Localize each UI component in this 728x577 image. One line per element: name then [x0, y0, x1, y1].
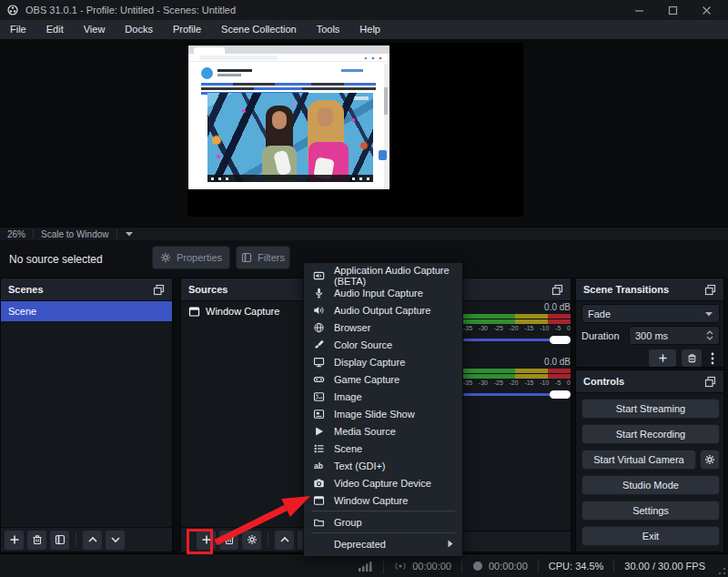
- address-field: [199, 56, 278, 60]
- studio-mode-button[interactable]: Studio Mode: [581, 475, 720, 495]
- person-right: [304, 100, 353, 182]
- window-icon: [313, 495, 325, 506]
- cpu-usage: CPU: 34.5%: [538, 559, 614, 573]
- volume-slider[interactable]: [463, 335, 571, 344]
- maximize-button[interactable]: [668, 5, 678, 15]
- menu-file[interactable]: File: [0, 20, 36, 39]
- mixer-channel: 0.0 dB -35-30-25-20-15-10-50: [463, 357, 571, 399]
- move-source-up-button[interactable]: [275, 531, 294, 550]
- scene-canvas[interactable]: [187, 43, 523, 217]
- settings-button[interactable]: Settings: [581, 501, 720, 521]
- menu-tools[interactable]: Tools: [307, 20, 350, 39]
- preview-area[interactable]: [0, 40, 728, 227]
- embedded-video: [207, 93, 373, 182]
- volume-slider-handle[interactable]: [550, 390, 571, 399]
- popout-icon[interactable]: [704, 376, 716, 388]
- volume-slider-handle[interactable]: [550, 336, 571, 344]
- menu-item-video-capture-device[interactable]: Video Capture Device: [304, 474, 462, 491]
- start-virtual-camera-button[interactable]: Start Virtual Camera: [581, 450, 696, 470]
- menu-item-color-source[interactable]: Color Source: [304, 336, 462, 353]
- menu-item-image-slide-show[interactable]: Image Slide Show: [304, 405, 462, 422]
- start-recording-button[interactable]: Start Recording: [581, 424, 720, 444]
- popout-icon[interactable]: [551, 284, 563, 296]
- menu-item-audio-output-capture[interactable]: Audio Output Capture: [304, 301, 462, 319]
- duration-spinbox[interactable]: 300 ms: [629, 326, 720, 345]
- menu-view[interactable]: View: [74, 20, 116, 39]
- post-avatar: [201, 67, 213, 79]
- camera-icon: [313, 478, 325, 489]
- page-scrollbar-thumb[interactable]: [384, 87, 388, 115]
- popout-icon[interactable]: [704, 284, 716, 296]
- duration-label: Duration: [581, 330, 620, 341]
- signal-bars-icon: [359, 561, 373, 572]
- scene-item-label: Scene: [8, 306, 36, 317]
- popout-icon[interactable]: [153, 284, 165, 296]
- exit-button[interactable]: Exit: [581, 526, 720, 546]
- remove-transition-button[interactable]: [682, 349, 702, 367]
- browser-toolbar-icons: [362, 56, 386, 60]
- menu-item-audio-input-capture[interactable]: Audio Input Capture: [304, 284, 462, 301]
- menu-item-text-gdi[interactable]: ab Text (GDI+): [304, 457, 462, 474]
- menu-docks[interactable]: Docks: [115, 20, 163, 39]
- record-icon: [472, 561, 483, 572]
- menu-profile[interactable]: Profile: [163, 20, 211, 39]
- menu-item-application-audio-capture[interactable]: Application Audio Capture (BETA): [304, 267, 462, 284]
- resize-grip[interactable]: [718, 567, 726, 575]
- add-scene-button[interactable]: [5, 531, 24, 550]
- menu-item-window-capture[interactable]: Window Capture: [304, 491, 462, 509]
- video-watermark: [354, 96, 369, 100]
- menu-item-media-source[interactable]: Media Source: [304, 422, 462, 440]
- remove-scene-button[interactable]: [27, 531, 46, 550]
- move-scene-up-button[interactable]: [83, 531, 102, 550]
- scene-list-item[interactable]: Scene: [1, 301, 172, 321]
- obs-logo-icon: [7, 5, 18, 15]
- audio-mixer-header: [461, 278, 571, 301]
- spinner-arrows-icon[interactable]: [706, 330, 713, 340]
- transition-select[interactable]: Fade: [581, 304, 720, 323]
- menu-separator: [311, 511, 455, 511]
- scenes-header: Scenes: [1, 278, 172, 301]
- move-scene-down-button[interactable]: [106, 531, 125, 550]
- scale-dropdown-icon[interactable]: [125, 230, 134, 238]
- preview-scale-row: 26% Scale to Window: [0, 227, 728, 240]
- source-properties-button[interactable]: [242, 531, 261, 550]
- start-streaming-button[interactable]: Start Streaming: [581, 399, 720, 419]
- remove-source-button[interactable]: [219, 531, 238, 550]
- microphone-icon: [313, 288, 325, 299]
- menu-item-image[interactable]: Image: [304, 388, 462, 405]
- scene-filters-button[interactable]: [50, 531, 69, 550]
- menu-scene-collection[interactable]: Scene Collection: [211, 20, 307, 39]
- gear-icon: [160, 252, 171, 263]
- add-transition-button[interactable]: [649, 349, 676, 367]
- close-button[interactable]: [702, 5, 712, 15]
- menu-item-game-capture[interactable]: Game Capture: [304, 370, 462, 388]
- menu-edit[interactable]: Edit: [36, 20, 74, 39]
- gamepad-icon: [313, 374, 325, 385]
- duration-value: 300 ms: [635, 330, 668, 341]
- window-icon: [188, 306, 200, 318]
- menu-separator: [311, 532, 455, 533]
- menu-item-display-capture[interactable]: Display Capture: [304, 353, 462, 370]
- filters-button[interactable]: Filters: [236, 246, 290, 269]
- filters-icon: [241, 252, 252, 263]
- virtual-camera-settings-button[interactable]: [700, 450, 720, 470]
- menu-item-browser[interactable]: Browser: [304, 319, 462, 336]
- person-left: [260, 106, 300, 182]
- menu-item-deprecated[interactable]: Deprecated: [304, 535, 462, 552]
- stream-timer: 00:00:00: [383, 559, 461, 573]
- properties-button[interactable]: Properties: [152, 246, 230, 269]
- minimize-button[interactable]: [634, 5, 644, 15]
- browser-address-bar: [188, 54, 389, 62]
- controls-title: Controls: [583, 376, 624, 387]
- page-scrollbar[interactable]: [384, 64, 388, 189]
- scale-mode[interactable]: Scale to Window: [41, 229, 108, 239]
- list-icon: [313, 443, 325, 454]
- volume-slider[interactable]: [463, 390, 571, 399]
- fps-indicator: 30.00 / 30.00 FPS: [613, 559, 715, 573]
- controls-header: Controls: [576, 370, 723, 393]
- menu-item-scene[interactable]: Scene: [304, 440, 462, 457]
- chat-widget-button: [379, 150, 387, 160]
- menu-help[interactable]: Help: [349, 20, 390, 39]
- menu-item-group[interactable]: Group: [304, 513, 462, 531]
- transition-options-button[interactable]: [707, 349, 718, 367]
